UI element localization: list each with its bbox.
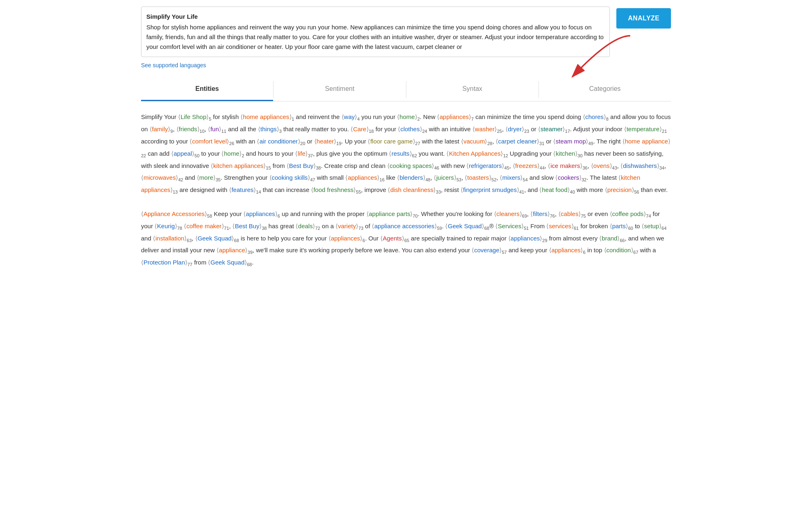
text-input-area[interactable]: Simplify Your Life Shop for stylish home…: [141, 7, 610, 57]
entity-comfort-level[interactable]: ⟨comfort level⟩26: [190, 138, 234, 145]
top-row: Simplify Your Life Shop for stylish home…: [141, 7, 671, 57]
entity-kitchen-appliances-12[interactable]: ⟨Kitchen Appliances⟩12: [446, 150, 508, 157]
tab-sentiment[interactable]: Sentiment: [274, 78, 406, 101]
entity-clothes[interactable]: ⟨clothes⟩24: [398, 126, 427, 132]
entity-coffee-maker[interactable]: ⟨coffee maker⟩71: [184, 223, 229, 229]
entity-steam-mop[interactable]: ⟨steam mop⟩49: [553, 138, 593, 145]
entity-brand[interactable]: ⟨brand⟩66: [599, 235, 625, 242]
entity-carpet-cleaner[interactable]: ⟨carpet cleaner⟩31: [496, 138, 544, 145]
entity-life-shop[interactable]: ⟨Life Shop⟩5: [178, 113, 212, 120]
entity-kitchen-appliances-15[interactable]: ⟨kitchen appliances⟩15: [211, 162, 271, 169]
tabs-row: Entities Sentiment Syntax Categories: [141, 78, 671, 101]
entity-friends[interactable]: ⟨friends⟩10: [177, 126, 205, 132]
entity-appliances-29[interactable]: ⟨appliances⟩29: [508, 235, 547, 242]
entity-dryer[interactable]: ⟨dryer⟩23: [505, 126, 529, 132]
results-text: Simplify Your ⟨Life Shop⟩5 for stylish ⟨…: [141, 111, 671, 269]
entity-services-51[interactable]: ⟨Services⟩51: [495, 223, 529, 229]
entity-appliance-accessories[interactable]: ⟨Appliance Accessories⟩58: [141, 210, 212, 217]
entity-ice-makers[interactable]: ⟨ice makers⟩36: [548, 162, 587, 169]
entity-appliances-6a[interactable]: ⟨appliances⟩6: [243, 210, 280, 217]
entity-home-appliances[interactable]: ⟨home appliances⟩1: [241, 113, 294, 120]
entity-heater[interactable]: ⟨heater⟩19: [314, 138, 342, 145]
entity-home-2[interactable]: ⟨home⟩2: [221, 150, 244, 157]
entity-coffee-pods[interactable]: ⟨coffee pods⟩74: [610, 210, 651, 217]
entity-fingerprint-smudges[interactable]: ⟨fingerprint smudges⟩41: [461, 186, 524, 193]
supported-languages-link[interactable]: See supported languages: [141, 61, 206, 70]
entity-vacuum[interactable]: ⟨vacuum⟩28: [461, 138, 492, 145]
tab-entities[interactable]: Entities: [141, 78, 273, 101]
entity-cookers[interactable]: ⟨cookers⟩32: [555, 174, 587, 181]
analyze-button[interactable]: ANALYZE: [616, 8, 671, 29]
entity-appliances-16[interactable]: ⟨appliances⟩16: [345, 174, 384, 181]
entity-cleaners[interactable]: ⟨cleaners⟩69: [494, 210, 527, 217]
entity-cooking-skills[interactable]: ⟨cooking skills⟩47: [269, 174, 316, 181]
entity-best-buy-38b[interactable]: ⟨Best Buy⟩38: [232, 223, 267, 229]
entity-cables[interactable]: ⟨cables⟩75: [558, 210, 586, 217]
entity-chores[interactable]: ⟨chores⟩8: [583, 113, 609, 120]
entity-family[interactable]: ⟨family⟩9: [150, 126, 173, 132]
input-title: Simplify Your Life: [146, 12, 605, 22]
entity-air-conditioner[interactable]: ⟨air conditioner⟩20: [257, 138, 305, 145]
entity-more[interactable]: ⟨more⟩35: [197, 174, 221, 181]
entity-way[interactable]: ⟨way⟩4: [342, 113, 360, 120]
entity-filters[interactable]: ⟨filters⟩76: [530, 210, 555, 217]
entity-geek-squad-68c[interactable]: ⟨Geek Squad⟩68: [208, 259, 252, 266]
entity-appliance-39[interactable]: ⟨appliance⟩39: [216, 247, 252, 253]
entity-appeal[interactable]: ⟨appeal⟩50: [171, 150, 199, 157]
entity-kitchen[interactable]: ⟨kitchen⟩30: [553, 150, 583, 157]
entity-agents[interactable]: ⟨Agents⟩65: [380, 235, 409, 242]
entity-mixers[interactable]: ⟨mixers⟩54: [500, 174, 527, 181]
entity-results[interactable]: ⟨results⟩62: [389, 150, 417, 157]
entity-deals[interactable]: ⟨deals⟩72: [296, 223, 320, 229]
entity-refrigerators[interactable]: ⟨refrigerators⟩45: [466, 162, 509, 169]
entity-services-61[interactable]: ⟨services⟩61: [546, 223, 578, 229]
entity-home-1[interactable]: ⟨home⟩2: [397, 113, 420, 120]
entity-microwaves[interactable]: ⟨microwaves⟩42: [141, 174, 183, 181]
entity-best-buy-38[interactable]: ⟨Best Buy⟩38: [287, 162, 321, 169]
entity-steamer[interactable]: ⟨steamer⟩17: [538, 126, 570, 132]
entity-toasters[interactable]: ⟨toasters⟩52: [465, 174, 496, 181]
entity-dishwashers[interactable]: ⟨dishwashers⟩34: [620, 162, 664, 169]
entity-appliance-accessories-59[interactable]: ⟨appliance accessories⟩59: [372, 223, 442, 229]
entity-setup[interactable]: ⟨setup⟩64: [642, 223, 666, 229]
entity-freezers[interactable]: ⟨freezers⟩44: [513, 162, 545, 169]
entity-condition[interactable]: ⟨condition⟩67: [604, 247, 638, 253]
entity-ovens[interactable]: ⟨ovens⟩43: [591, 162, 617, 169]
entity-appliances-7[interactable]: ⟨appliances⟩7: [437, 113, 474, 120]
entity-keurig[interactable]: ⟨Keurig⟩78: [154, 223, 182, 229]
entity-installation[interactable]: ⟨installation⟩63: [153, 235, 192, 242]
tab-syntax[interactable]: Syntax: [406, 78, 538, 101]
entity-juicers[interactable]: ⟨juicers⟩53: [434, 174, 461, 181]
entity-appliances-6b[interactable]: ⟨appliances⟩6: [329, 235, 365, 242]
entity-things[interactable]: ⟨things⟩3: [258, 126, 282, 132]
entity-temperature[interactable]: ⟨temperature⟩21: [624, 126, 667, 132]
entity-blenders[interactable]: ⟨blenders⟩48: [397, 174, 430, 181]
entity-appliance-parts[interactable]: ⟨appliance parts⟩70: [366, 210, 418, 217]
entity-geek-squad-68b[interactable]: ⟨Geek Squad⟩68: [195, 235, 239, 242]
entity-appliances-6c[interactable]: ⟨appliances⟩6: [549, 247, 586, 253]
tab-categories[interactable]: Categories: [539, 78, 671, 101]
entity-dish-cleanliness[interactable]: ⟨dish cleanliness⟩33: [388, 186, 441, 193]
entity-heat-food[interactable]: ⟨heat food⟩40: [539, 186, 575, 193]
page-container: Simplify Your Life Shop for stylish home…: [133, 0, 679, 276]
entity-care[interactable]: ⟨Care⟩18: [351, 126, 374, 132]
entity-precision[interactable]: ⟨precision⟩56: [605, 186, 639, 193]
entity-floor-care-game[interactable]: ⟨floor care game⟩27: [368, 138, 420, 145]
entity-features[interactable]: ⟨features⟩14: [229, 186, 261, 193]
entity-fun[interactable]: ⟨fun⟩11: [208, 126, 226, 132]
entity-cooking-spaces[interactable]: ⟨cooking spaces⟩46: [387, 162, 439, 169]
input-body: Shop for stylish home appliances and rei…: [146, 24, 604, 50]
entity-coverage[interactable]: ⟨coverage⟩57: [472, 247, 507, 253]
entity-washer[interactable]: ⟨washer⟩25: [472, 126, 502, 132]
entity-parts[interactable]: ⟨parts⟩60: [610, 223, 633, 229]
entity-variety[interactable]: ⟨variety⟩73: [335, 223, 363, 229]
entity-food-freshness[interactable]: ⟨food freshness⟩55: [311, 186, 361, 193]
entity-life[interactable]: ⟨life⟩37: [295, 150, 313, 157]
entity-protection-plan[interactable]: ⟨Protection Plan⟩77: [141, 259, 192, 266]
entity-geek-squad-68a[interactable]: ⟨Geek Squad⟩68: [445, 223, 489, 229]
